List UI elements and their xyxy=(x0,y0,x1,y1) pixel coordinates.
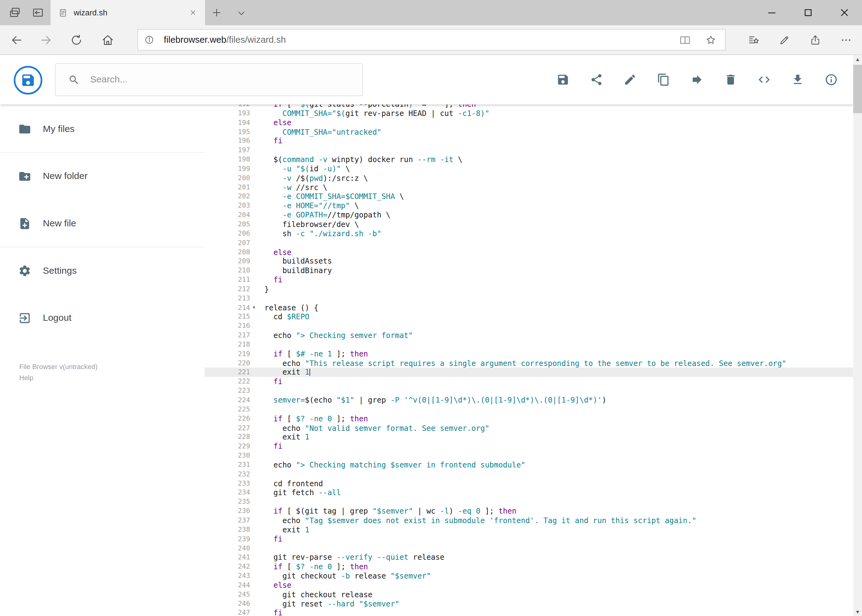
code-line-230[interactable]: 230 xyxy=(205,451,853,460)
sidebar-item-logout[interactable]: Logout xyxy=(0,295,205,342)
code-line-228[interactable]: 228 exit 1 xyxy=(205,433,853,442)
switch-editor-button[interactable] xyxy=(758,73,771,86)
code-line-234[interactable]: 234 git fetch --all xyxy=(205,488,853,497)
code-line-225[interactable]: 225 xyxy=(205,405,853,414)
search-input[interactable]: Search... xyxy=(55,63,363,96)
code-line-238[interactable]: 238 exit 1 xyxy=(205,525,853,534)
share-button[interactable] xyxy=(590,73,603,86)
code-line-206[interactable]: 206 sh -c "./wizard.sh -b" xyxy=(205,229,853,238)
code-line-247[interactable]: 247 fi xyxy=(205,608,853,616)
code-line-241[interactable]: 241 git rev-parse --verify --quiet relea… xyxy=(205,553,853,562)
code-line-197[interactable]: 197 xyxy=(205,146,853,155)
maximize-icon[interactable] xyxy=(796,0,821,25)
code-line-246[interactable]: 246 git reset --hard "$semver" xyxy=(205,599,853,608)
page-scrollbar[interactable]: ▲ ▼ xyxy=(853,55,862,616)
code-line-217[interactable]: 217 echo "> Checking semver format" xyxy=(205,331,853,340)
code-line-242[interactable]: 242 if [ $? -ne 0 ]; then xyxy=(205,562,853,571)
code-line-202[interactable]: 202 -e COMMIT_SHA=$COMMIT_SHA \ xyxy=(205,192,853,201)
code-line-216[interactable]: 216 xyxy=(205,321,853,331)
close-tab-icon[interactable] xyxy=(186,6,200,19)
code-line-208[interactable]: 208 else xyxy=(205,248,853,257)
code-line-211[interactable]: 211 fi xyxy=(205,275,853,284)
close-window-icon[interactable] xyxy=(832,0,857,25)
code-line-196[interactable]: 196 fi xyxy=(205,137,853,146)
code-line-226[interactable]: 226 if [ $? -ne 0 ]; then xyxy=(205,414,853,423)
code-line-233[interactable]: 233 cd frontend xyxy=(205,479,853,488)
code-line-235[interactable]: 235 xyxy=(205,497,853,506)
code-line-201[interactable]: 201 -w //src \ xyxy=(205,183,853,192)
save-button[interactable] xyxy=(556,73,570,86)
code-line-204[interactable]: 204 -e GOPATH=//tmp/gopath \ xyxy=(205,211,853,220)
code-line-239[interactable]: 239 fi xyxy=(205,534,853,544)
code-line-194[interactable]: 194 else xyxy=(205,118,853,127)
code-line-192[interactable]: 192 if [ "$(git status --porcelain)" = "… xyxy=(205,104,853,108)
copy-button[interactable] xyxy=(657,73,670,86)
more-options-icon[interactable] xyxy=(840,34,852,46)
code-editor[interactable]: 192 if [ "$(git status --porcelain)" = "… xyxy=(205,104,853,616)
tab-preview-icon[interactable] xyxy=(236,8,246,18)
code-line-207[interactable]: 207 xyxy=(205,238,853,248)
edit-button[interactable] xyxy=(624,73,637,86)
scrollbar-thumb[interactable] xyxy=(853,65,862,113)
code-line-193[interactable]: 193 COMMIT_SHA="$(git rev-parse HEAD | c… xyxy=(205,108,853,118)
code-line-237[interactable]: 237 echo "Tag $semver does not exist in … xyxy=(205,516,853,525)
code-line-198[interactable]: 198 $(command -v winpty) docker run --rm… xyxy=(205,155,853,164)
scroll-down-icon[interactable]: ▼ xyxy=(853,608,862,616)
info-button[interactable] xyxy=(825,73,838,86)
code-line-205[interactable]: 205 filebrowser/dev \ xyxy=(205,220,853,229)
favorite-star-icon[interactable] xyxy=(705,34,717,46)
help-link[interactable]: Help xyxy=(19,372,98,383)
code-line-218[interactable]: 218 xyxy=(205,340,853,349)
reading-view-icon[interactable] xyxy=(679,34,691,46)
code-line-224[interactable]: 224 semver=$(echo "$1" | grep -P '^v(0|[… xyxy=(205,396,853,405)
filebrowser-logo[interactable] xyxy=(14,66,43,94)
code-line-236[interactable]: 236 if [ $(git tag | grep "$semver" | wc… xyxy=(205,506,853,516)
code-line-232[interactable]: 232 xyxy=(205,470,853,479)
code-line-200[interactable]: 200 -v /$(pwd):/src:z \ xyxy=(205,173,853,183)
code-line-222[interactable]: 222 fi xyxy=(205,377,853,386)
code-line-243[interactable]: 243 git checkout -b release "$semver" xyxy=(205,571,853,581)
new-tab-icon[interactable] xyxy=(211,7,222,18)
code-line-203[interactable]: 203 -e HOME="//tmp" \ xyxy=(205,201,853,211)
code-line-219[interactable]: 219 if [ $# -ne 1 ]; then xyxy=(205,349,853,358)
download-button[interactable] xyxy=(791,73,804,86)
sidebar-item-new-file[interactable]: New file xyxy=(0,200,205,247)
url-text[interactable]: filebrowser.web/files/wizard.sh xyxy=(164,35,285,45)
code-line-214[interactable]: 214▾release () { xyxy=(205,303,853,312)
code-line-245[interactable]: 245 git checkout release xyxy=(205,590,853,599)
code-line-210[interactable]: 210 buildBinary xyxy=(205,266,853,275)
sidebar-item-settings[interactable]: Settings xyxy=(0,247,205,295)
code-line-227[interactable]: 227 echo "Not valid semver format. See s… xyxy=(205,423,853,432)
code-line-195[interactable]: 195 COMMIT_SHA="untracked" xyxy=(205,127,853,137)
scroll-up-icon[interactable]: ▲ xyxy=(853,55,862,64)
code-line-221[interactable]: 221 exit 1 xyxy=(205,368,853,377)
code-line-231[interactable]: 231 echo "> Checking matching $semver in… xyxy=(205,460,853,470)
code-line-213[interactable]: 213 xyxy=(205,294,853,303)
move-button[interactable] xyxy=(690,73,704,86)
code-line-240[interactable]: 240 xyxy=(205,544,853,553)
code-line-244[interactable]: 244 else xyxy=(205,581,853,590)
code-line-199[interactable]: 199 -u "$(id -u)" \ xyxy=(205,164,853,173)
site-info-icon[interactable] xyxy=(144,35,154,45)
fold-marker-icon[interactable]: ▾ xyxy=(250,303,258,312)
code-line-212[interactable]: 212} xyxy=(205,284,853,294)
back-icon[interactable] xyxy=(10,33,23,47)
forward-icon[interactable] xyxy=(40,33,53,47)
tabs-set-aside-icon[interactable] xyxy=(8,6,22,19)
code-line-220[interactable]: 220 echo "This release script requires a… xyxy=(205,358,853,368)
code-line-229[interactable]: 229 fi xyxy=(205,442,853,451)
code-line-215[interactable]: 215 cd $REPO xyxy=(205,312,853,321)
share-icon[interactable] xyxy=(809,34,821,46)
minimize-icon[interactable] xyxy=(759,0,785,25)
web-notes-icon[interactable] xyxy=(778,34,791,46)
sidebar-item-my-files[interactable]: My files xyxy=(0,105,205,153)
browser-tab[interactable]: wizard.sh xyxy=(50,0,205,25)
hub-icon[interactable] xyxy=(748,34,760,46)
home-icon[interactable] xyxy=(101,33,115,47)
sidebar-item-new-folder[interactable]: New folder xyxy=(0,153,205,200)
set-tabs-aside-icon[interactable] xyxy=(32,6,45,19)
code-line-223[interactable]: 223 xyxy=(205,386,853,396)
refresh-icon[interactable] xyxy=(70,33,83,47)
delete-button[interactable] xyxy=(724,73,738,86)
code-line-209[interactable]: 209 buildAssets xyxy=(205,257,853,266)
